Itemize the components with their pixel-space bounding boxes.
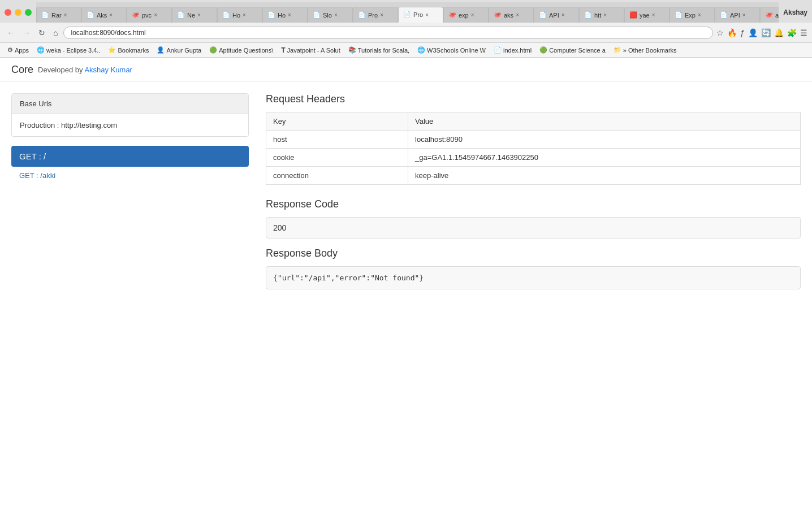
tab-6[interactable]: 📄Slo× [308,7,353,23]
bell-icon[interactable]: 🔔 [774,28,784,37]
right-panel: Request Headers Key Value host localhost… [266,93,801,289]
nav-bar: ← → ↻ ⌂ ☆ 🔥 ƒ 👤 🔄 🔔 🧩 ☰ [0,23,812,43]
tab-close-1[interactable]: × [109,12,113,18]
response-body-title: Response Body [266,248,801,259]
base-urls-header: Base Urls [12,94,248,114]
bookmark-w3schools[interactable]: 🌐W3Schools Online W [414,46,489,54]
tab-close-6[interactable]: × [334,12,338,18]
tab-close-8[interactable]: × [425,12,429,18]
tab-favicon-10: 🐙 [494,11,502,19]
tab-label-2: pvc [142,12,152,19]
tab-label-14: Exp [685,12,696,19]
tab-favicon-14: 📄 [675,11,683,19]
table-row: host localhost:8090 [266,131,801,149]
tab-0[interactable]: 📄Rar× [36,7,81,23]
reload-button[interactable]: ↻ [36,27,47,38]
script-icon[interactable]: ƒ [740,28,745,37]
tab-8[interactable]: 📄Pro× [398,7,443,23]
endpoint-active[interactable]: GET : / [11,146,249,167]
tab-label-5: Ho [278,12,286,19]
tab-close-4[interactable]: × [243,12,246,18]
forward-button[interactable]: → [20,27,33,38]
bookmark-ankur[interactable]: 👤Ankur Gupta [154,46,204,54]
ankur-icon: 👤 [157,46,165,54]
bookmark-bookmarks[interactable]: ⭐Bookmarks [105,46,152,54]
bookmark-compsci[interactable]: 🟢Computer Science a [537,46,608,54]
puzzle-icon[interactable]: 🧩 [787,28,797,37]
tab-close-5[interactable]: × [288,12,291,18]
tab-favicon-12: 📄 [584,11,592,19]
tab-close-13[interactable]: × [652,12,655,18]
avatar-icon[interactable]: 👤 [748,28,758,37]
home-button[interactable]: ⌂ [51,27,60,38]
profile-name[interactable]: Akshay [783,8,807,16]
tab-10[interactable]: 🐙aks× [489,7,534,23]
tab-close-3[interactable]: × [197,12,201,18]
tab-close-7[interactable]: × [380,12,383,18]
tab-9[interactable]: 🐙exp× [443,7,489,23]
tab-7[interactable]: 📄Pro× [353,7,398,23]
tab-close-14[interactable]: × [698,12,701,18]
page-title: Core [11,64,33,76]
tab-favicon-0: 📄 [41,11,49,19]
tab-favicon-3: 📄 [177,11,185,19]
bookmark-indexhtml[interactable]: 📄index.html [491,46,534,54]
tab-close-12[interactable]: × [603,12,607,18]
headers-table: Key Value host localhost:8090 cookie _ga… [266,112,801,185]
menu-icon[interactable]: ☰ [800,28,807,37]
tab-5[interactable]: 📄Ho× [262,7,308,23]
bookmark-aptitude[interactable]: 🟢Aptitude Questions\ [206,46,276,54]
header-key-0: host [266,131,408,149]
bookmark-apps[interactable]: ⚙Apps [5,46,32,54]
tab-close-10[interactable]: × [516,12,519,18]
table-row: cookie _ga=GA1.1.1545974667.1463902250 [266,149,801,167]
tab-label-9: exp [459,12,469,19]
address-bar[interactable] [63,27,713,39]
tab-3[interactable]: 📄Ne× [172,7,217,23]
base-urls-box: Base Urls Production : http://testing.co… [11,93,249,137]
flame-icon[interactable]: 🔥 [727,28,737,37]
tab-favicon-6: 📄 [313,11,321,19]
tab-13[interactable]: 🟥yae× [624,7,670,23]
bookmark-weka[interactable]: 🌐weka - Eclipse 3.4.. [34,46,103,54]
tab-15[interactable]: 📄API× [715,7,760,23]
nav-icons: ☆ 🔥 ƒ 👤 🔄 🔔 🧩 ☰ [716,28,807,37]
tab-2[interactable]: 🐙pvc× [127,7,172,23]
window-close-btn[interactable] [5,9,11,16]
window-max-btn[interactable] [25,9,32,16]
star-icon[interactable]: ☆ [716,28,724,37]
request-headers-title: Request Headers [266,93,801,105]
tab-14[interactable]: 📄Exp× [670,7,715,23]
tab-close-11[interactable]: × [562,12,565,18]
tab-favicon-1: 📄 [87,11,94,19]
bookmark-tutorials[interactable]: 📚Tutorials for Scala, [345,46,412,54]
tab-label-12: htt [594,12,601,19]
tab-label-6: Slo [323,12,332,19]
tab-12[interactable]: 📄htt× [579,7,624,23]
apps-icon: ⚙ [7,46,13,54]
tab-favicon-16: 🐙 [765,11,773,19]
tab-11[interactable]: 📄API× [534,7,579,23]
tab-close-2[interactable]: × [154,12,157,18]
bookmarks-icon: ⭐ [108,46,116,54]
tab-1[interactable]: 📄Aks× [81,7,127,23]
tab-favicon-4: 📄 [222,11,230,19]
bookmark-javatpoint[interactable]: TJavatpoint - A Solut [278,46,343,55]
author-link[interactable]: Akshay Kumar [84,66,132,74]
window-min-btn[interactable] [15,9,21,16]
javatpoint-icon: T [281,46,285,54]
tab-close-9[interactable]: × [471,12,474,18]
response-code-value: 200 [266,217,801,239]
tab-16[interactable]: 🐙aks× [760,7,779,23]
tab-favicon-2: 🐙 [132,11,140,19]
sync-icon[interactable]: 🔄 [761,28,771,37]
tab-close-15[interactable]: × [742,12,746,18]
tab-favicon-15: 📄 [720,11,728,19]
bookmarks-bar: ⚙Apps 🌐weka - Eclipse 3.4.. ⭐Bookmarks 👤… [0,43,812,58]
tab-4[interactable]: 📄Ho× [217,7,262,23]
bookmark-otherbookmarks[interactable]: 📁» Other Bookmarks [611,46,680,54]
page-header: Core Developed by Akshay Kumar [0,58,812,82]
back-button[interactable]: ← [5,27,17,38]
tab-close-0[interactable]: × [64,12,67,18]
endpoint-link-akki[interactable]: GET : /akki [11,169,249,182]
